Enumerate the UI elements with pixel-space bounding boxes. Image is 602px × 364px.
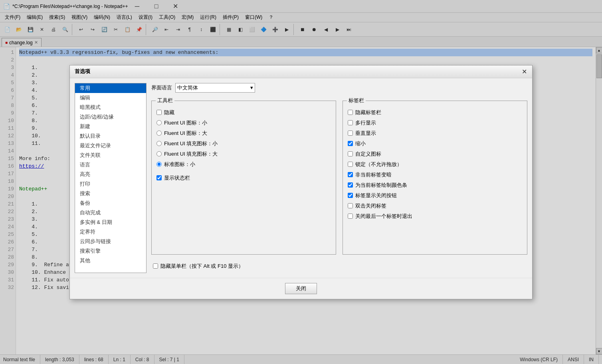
lang-select[interactable]: 中文简体 ▾	[175, 83, 255, 93]
nav-item-常用[interactable]: 常用	[75, 83, 146, 93]
toolbar-option-radio-2[interactable]	[156, 131, 162, 136]
tabbar-option-label: 缩小	[355, 140, 366, 147]
tabbar-option-label: 隐藏标签栏	[355, 109, 381, 116]
toolbar-group: 工具栏 隐藏Fluent UI 图标：小Fluent UI 图标：大Fluent…	[151, 101, 336, 255]
nav-item-其他[interactable]: 其他	[75, 256, 146, 265]
dialog-title: 首选项	[70, 65, 532, 78]
toolbar-option-radio-1[interactable]	[156, 120, 162, 125]
show-statusbar-checkbox[interactable]	[156, 175, 162, 180]
tabbar-checkbox-4[interactable]	[348, 151, 353, 156]
tabbar-checkbox-6[interactable]	[348, 172, 353, 177]
show-statusbar-label: 显示状态栏	[164, 174, 190, 182]
show-statusbar-row: 显示状态栏	[156, 174, 331, 182]
two-col: 工具栏 隐藏Fluent UI 图标：小Fluent UI 图标：大Fluent…	[151, 101, 527, 255]
nav-list: 常用编辑暗黑模式边距/边框/边缘新建默认目录最近文件记录文件关联语言高亮打印搜索…	[75, 83, 147, 273]
preferences-dialog: 首选项 ✕ 常用编辑暗黑模式边距/边框/边缘新建默认目录最近文件记录文件关联语言…	[69, 65, 533, 299]
toolbar-option-label: Fluent UI 填充图标：小	[164, 140, 218, 147]
nav-item-自动完成[interactable]: 自动完成	[75, 208, 146, 218]
tabbar-option-row: 多行显示	[348, 119, 522, 127]
close-dialog-button[interactable]: 关闭	[285, 283, 317, 294]
tabbar-option-label: 垂直显示	[355, 130, 376, 137]
tabbar-checkbox-8[interactable]	[348, 193, 353, 198]
nav-item-搜索引擎[interactable]: 搜索引擎	[75, 246, 146, 256]
toolbar-option-row: Fluent UI 填充图标：大	[156, 150, 331, 158]
tabbar-option-row: 为当前标签绘制颜色条	[348, 182, 522, 189]
nav-item-打印[interactable]: 打印	[75, 179, 146, 189]
dialog-close-button[interactable]: ✕	[519, 67, 529, 77]
toolbar-option-row: Fluent UI 图标：小	[156, 119, 331, 127]
lang-label: 界面语言	[151, 84, 172, 91]
tabbar-option-label: 非当前标签变暗	[355, 171, 392, 178]
nav-item-搜索[interactable]: 搜索	[75, 189, 146, 198]
toolbar-option-label: Fluent UI 图标：大	[164, 130, 207, 137]
menubar-row: 隐藏菜单栏（按下 Alt 或 F10 显示）	[151, 263, 527, 270]
toolbar-option-row: 标准图标：小	[156, 161, 331, 168]
nav-item-备份[interactable]: 备份	[75, 198, 146, 208]
tabbar-option-row: 关闭最后一个标签时退出	[348, 213, 522, 220]
tabbar-group-title: 标签栏	[347, 97, 366, 104]
tabbar-option-row: 双击关闭标签	[348, 202, 522, 210]
toolbar-option-label: 标准图标：小	[164, 161, 195, 168]
toolbar-option-label: Fluent UI 填充图标：大	[164, 150, 218, 158]
nav-item-高亮[interactable]: 高亮	[75, 170, 146, 179]
dialog-body: 常用编辑暗黑模式边距/边框/边缘新建默认目录最近文件记录文件关联语言高亮打印搜索…	[70, 78, 532, 278]
tabbar-option-row: 隐藏标签栏	[348, 109, 522, 116]
nav-item-暗黑模式[interactable]: 暗黑模式	[75, 103, 146, 112]
nav-item-最近文件记录[interactable]: 最近文件记录	[75, 141, 146, 150]
tabbar-checkbox-7[interactable]	[348, 182, 353, 188]
toolbar-option-row: 隐藏	[156, 109, 331, 116]
tabbar-checkbox-2[interactable]	[348, 131, 353, 136]
tabbar-option-row: 非当前标签变暗	[348, 171, 522, 178]
tabbar-option-label: 自定义图标	[355, 150, 381, 158]
nav-item-多实例 & 日期[interactable]: 多实例 & 日期	[75, 218, 146, 227]
toolbar-option-radio-5[interactable]	[156, 162, 162, 167]
tabbar-checkbox-9[interactable]	[348, 203, 353, 208]
tabbar-option-label: 双击关闭标签	[355, 202, 386, 210]
tabbar-option-label: 多行显示	[355, 119, 376, 127]
tabbar-group: 标签栏 隐藏标签栏多行显示垂直显示缩小自定义图标锁定（不允许拖放）非当前标签变暗…	[343, 101, 527, 255]
nav-item-编辑[interactable]: 编辑	[75, 93, 146, 103]
tabbar-checkbox-10[interactable]	[348, 214, 353, 219]
nav-item-定界符[interactable]: 定界符	[75, 227, 146, 237]
tabbar-checkbox-3[interactable]	[348, 141, 353, 146]
tabbar-option-label: 标签显示关闭按钮	[355, 192, 397, 199]
toolbar-option-label: Fluent UI 图标：小	[164, 119, 207, 127]
tabbar-checkbox-0[interactable]	[348, 110, 353, 115]
dropdown-arrow-icon: ▾	[250, 85, 253, 91]
toolbar-option-row: Fluent UI 填充图标：小	[156, 140, 331, 147]
toolbar-option-radio-3[interactable]	[156, 141, 162, 146]
modal-overlay: 首选项 ✕ 常用编辑暗黑模式边距/边框/边缘新建默认目录最近文件记录文件关联语言…	[0, 0, 602, 364]
tabbar-option-row: 缩小	[348, 140, 522, 147]
nav-item-语言[interactable]: 语言	[75, 160, 146, 170]
tabbar-checkbox-5[interactable]	[348, 162, 353, 167]
hide-menubar-checkbox[interactable]	[153, 263, 158, 269]
nav-item-文件关联[interactable]: 文件关联	[75, 150, 146, 160]
nav-item-云同步与链接[interactable]: 云同步与链接	[75, 237, 146, 246]
toolbar-option-label: 隐藏	[164, 109, 174, 116]
lang-row: 界面语言 中文简体 ▾	[151, 83, 527, 93]
toolbar-option-row: Fluent UI 图标：大	[156, 130, 331, 137]
tabbar-option-label: 锁定（不允许拖放）	[355, 161, 402, 168]
dialog-right: 界面语言 中文简体 ▾ 工具栏 隐藏Fluent UI 图标：小Fluent U…	[151, 83, 527, 273]
hide-menubar-label: 隐藏菜单栏（按下 Alt 或 F10 显示）	[160, 263, 244, 270]
toolbar-option-checkbox-0[interactable]	[156, 110, 162, 115]
tabbar-option-row: 自定义图标	[348, 150, 522, 158]
dialog-footer: 关闭	[70, 278, 532, 299]
toolbar-option-radio-4[interactable]	[156, 151, 162, 156]
nav-item-默认目录[interactable]: 默认目录	[75, 131, 146, 141]
tabbar-option-row: 垂直显示	[348, 130, 522, 137]
tabbar-option-label: 为当前标签绘制颜色条	[355, 182, 407, 189]
nav-item-新建[interactable]: 新建	[75, 122, 146, 131]
nav-item-边距/边框/边缘[interactable]: 边距/边框/边缘	[75, 112, 146, 122]
tabbar-checkbox-1[interactable]	[348, 120, 353, 125]
tabbar-option-row: 锁定（不允许拖放）	[348, 161, 522, 168]
toolbar-group-title: 工具栏	[156, 97, 174, 104]
tabbar-option-row: 标签显示关闭按钮	[348, 192, 522, 199]
tabbar-option-label: 关闭最后一个标签时退出	[355, 213, 412, 220]
